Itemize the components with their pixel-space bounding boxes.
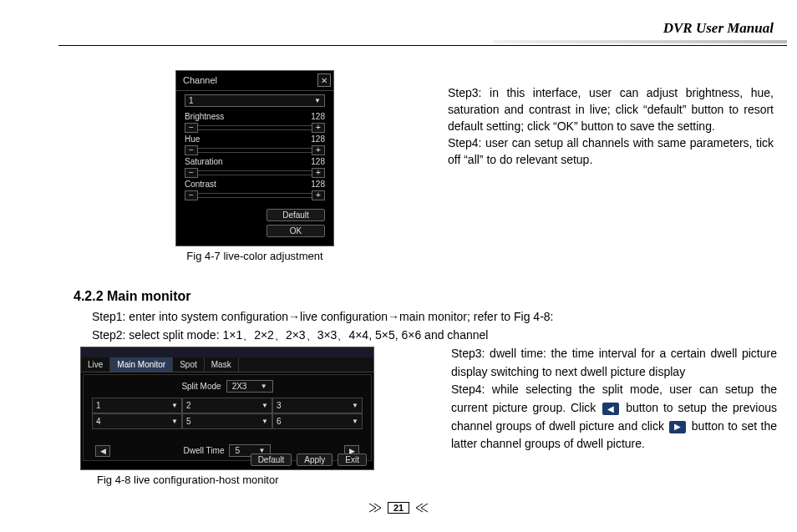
default-button[interactable]: Default — [267, 209, 325, 221]
channel-cell-4[interactable]: 4▼ — [92, 413, 182, 429]
tab-live[interactable]: Live — [81, 357, 110, 372]
channel-cell-6[interactable]: 6▼ — [272, 413, 363, 429]
tab-main-monitor[interactable]: Main Monitor — [110, 357, 173, 372]
chevron-down-icon: ▼ — [171, 418, 178, 425]
plus-button[interactable]: + — [312, 190, 325, 200]
chevron-down-icon: ▼ — [261, 402, 268, 409]
channel-cell-1[interactable]: 1▼ — [92, 398, 182, 413]
chevron-down-icon: ▼ — [314, 97, 321, 104]
minus-button[interactable]: − — [185, 168, 198, 178]
doc-header-title: DVR User Manual — [58, 20, 789, 37]
section-heading: 4.2.2 Main monitor — [74, 289, 190, 304]
apply-button[interactable]: Apply — [297, 453, 333, 466]
plus-button[interactable]: + — [312, 123, 325, 133]
channel-5-value: 5 — [186, 417, 191, 426]
fig47-panel: Channel ✕ 1 ▼ Brightness128 −+ Hue128 −+… — [175, 70, 334, 246]
contrast-label: Contrast — [185, 180, 216, 189]
page-number: 21 — [388, 502, 409, 514]
step4-text: Step4: user can setup all channels with … — [448, 135, 774, 169]
page-footer: 21 — [0, 502, 797, 514]
hue-value: 128 — [311, 134, 325, 144]
saturation-value: 128 — [311, 157, 325, 166]
dwell-time-label: Dwell Time — [184, 446, 225, 455]
fig48-panel: Live Main Monitor Spot Mask Split Mode 2… — [80, 347, 374, 470]
r2-step4: Step4: while selecting the split mode, u… — [451, 381, 777, 453]
tab-mask[interactable]: Mask — [205, 357, 239, 372]
hue-slider[interactable] — [198, 148, 312, 153]
ok-button[interactable]: OK — [267, 225, 325, 237]
next-arrow-icon: ▶ — [669, 421, 686, 433]
channel-1-value: 1 — [96, 401, 101, 410]
step3-text: Step3: in this interface, user can adjus… — [448, 85, 774, 135]
chevron-down-icon: ▼ — [171, 402, 178, 409]
brightness-slider[interactable] — [198, 125, 312, 130]
minus-button[interactable]: − — [185, 190, 198, 200]
default-button[interactable]: Default — [251, 453, 292, 466]
ribbon-right-icon — [409, 502, 428, 514]
brightness-label: Brightness — [185, 112, 224, 121]
r2-step3: Step3: dwell time: the time interval for… — [451, 345, 777, 381]
chevron-down-icon: ▼ — [352, 418, 358, 425]
split-mode-select[interactable]: 2X3 ▼ — [226, 380, 273, 393]
channel-cell-2[interactable]: 2▼ — [182, 398, 272, 413]
step2-text: Step2: select split mode: 1×1、2×2、2×3、3×… — [92, 328, 488, 343]
channel-6-value: 6 — [277, 417, 282, 426]
contrast-slider[interactable] — [198, 193, 312, 198]
ribbon-left-icon — [369, 502, 388, 514]
channel-4-value: 4 — [96, 417, 101, 426]
channel-value: 1 — [189, 96, 194, 105]
minus-button[interactable]: − — [185, 145, 198, 155]
close-icon[interactable]: ✕ — [317, 73, 331, 87]
channel-cell-5[interactable]: 5▼ — [182, 413, 272, 429]
plus-button[interactable]: + — [312, 145, 325, 155]
hue-label: Hue — [185, 134, 200, 144]
brightness-value: 128 — [311, 112, 325, 121]
minus-button[interactable]: − — [185, 123, 198, 133]
split-mode-value: 2X3 — [232, 382, 247, 391]
split-mode-label: Split Mode — [181, 382, 221, 391]
channel-select[interactable]: 1 ▼ — [185, 94, 325, 107]
chevron-down-icon: ▼ — [261, 418, 268, 425]
chevron-down-icon: ▼ — [352, 402, 358, 409]
contrast-value: 128 — [311, 180, 325, 189]
fig47-caption: Fig 4-7 live-color adjustment — [159, 250, 351, 262]
tab-spot[interactable]: Spot — [173, 357, 205, 372]
channel-cell-3[interactable]: 3▼ — [272, 398, 363, 413]
header-rule — [58, 40, 789, 48]
dwell-time-value: 5 — [235, 446, 240, 455]
exit-button[interactable]: Exit — [338, 453, 367, 466]
fig48-caption: Fig 4-8 live configuration-host monitor — [80, 474, 374, 486]
chevron-down-icon: ▼ — [261, 383, 267, 390]
step1-text: Step1: enter into system configuration→l… — [92, 310, 553, 323]
saturation-slider[interactable] — [198, 170, 312, 175]
channel-3-value: 3 — [277, 401, 282, 410]
channel-2-value: 2 — [186, 401, 191, 410]
saturation-label: Saturation — [185, 157, 223, 166]
fig47-title: Channel — [183, 75, 217, 85]
prev-arrow-icon: ◀ — [602, 403, 619, 415]
plus-button[interactable]: + — [312, 168, 325, 178]
prev-group-button[interactable]: ◀ — [95, 445, 110, 457]
